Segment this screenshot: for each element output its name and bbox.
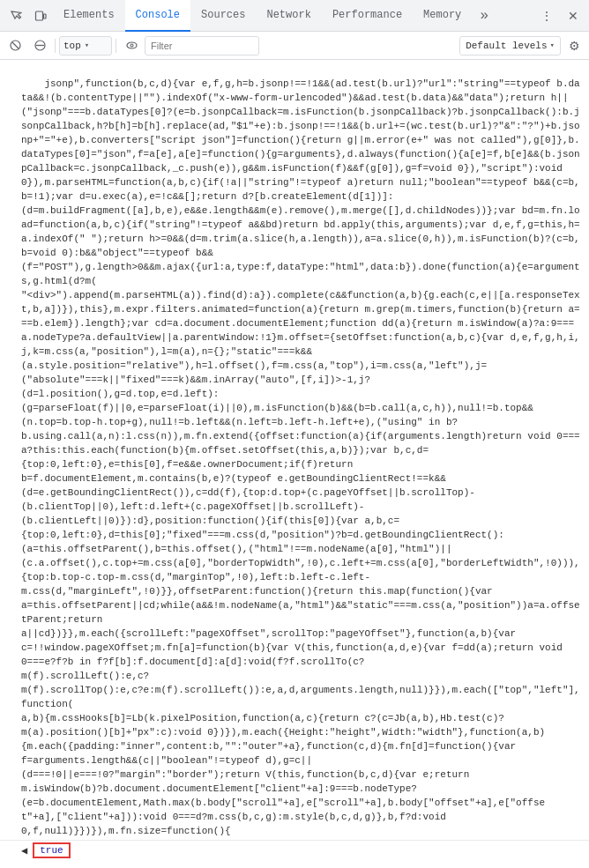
toolbar-divider-1 bbox=[55, 39, 56, 53]
more-tabs-button[interactable]: » bbox=[472, 4, 496, 28]
filter-input[interactable] bbox=[145, 36, 259, 56]
tab-sources[interactable]: Sources bbox=[190, 0, 256, 32]
console-result-area: ◀ true bbox=[0, 840, 589, 860]
tab-console[interactable]: Console bbox=[125, 0, 190, 32]
context-selector[interactable]: top ▾ bbox=[59, 36, 112, 56]
tab-network[interactable]: Network bbox=[256, 0, 321, 32]
console-content: jsonp",function(b,c,d){var e,f,g,h=b.jso… bbox=[0, 60, 589, 840]
vertical-dots-menu-button[interactable]: ⋮ bbox=[534, 4, 559, 28]
tab-memory[interactable]: Memory bbox=[413, 0, 472, 32]
svg-line-3 bbox=[12, 42, 19, 48]
console-settings-button[interactable]: ⚙ bbox=[563, 34, 585, 57]
tab-elements[interactable]: Elements bbox=[53, 0, 125, 32]
device-toolbar-button[interactable] bbox=[28, 4, 53, 28]
show-hide-messages-button[interactable] bbox=[120, 34, 143, 57]
toolbar-divider-2 bbox=[116, 39, 116, 53]
console-toolbar: top ▾ Default levels ▾ ⚙ bbox=[0, 32, 589, 60]
console-prompt-arrow: ◀ bbox=[21, 844, 27, 857]
clear-console-button[interactable] bbox=[4, 34, 26, 57]
console-result-value[interactable]: true bbox=[33, 842, 70, 858]
tab-performance[interactable]: Performance bbox=[322, 0, 413, 32]
devtools-tab-bar: Elements Console Sources Network Perform… bbox=[0, 0, 589, 32]
svg-point-6 bbox=[127, 42, 137, 48]
svg-rect-1 bbox=[44, 14, 47, 19]
svg-rect-0 bbox=[36, 11, 43, 20]
svg-point-7 bbox=[130, 44, 133, 47]
log-level-select[interactable]: Default levels ▾ bbox=[459, 36, 561, 56]
console-log-line: jsonp",function(b,c,d){var e,f,g,h=b.jso… bbox=[0, 62, 589, 840]
ban-console-button[interactable] bbox=[28, 34, 51, 57]
close-devtools-button[interactable]: ✕ bbox=[561, 4, 585, 28]
inspect-element-button[interactable] bbox=[4, 4, 28, 28]
